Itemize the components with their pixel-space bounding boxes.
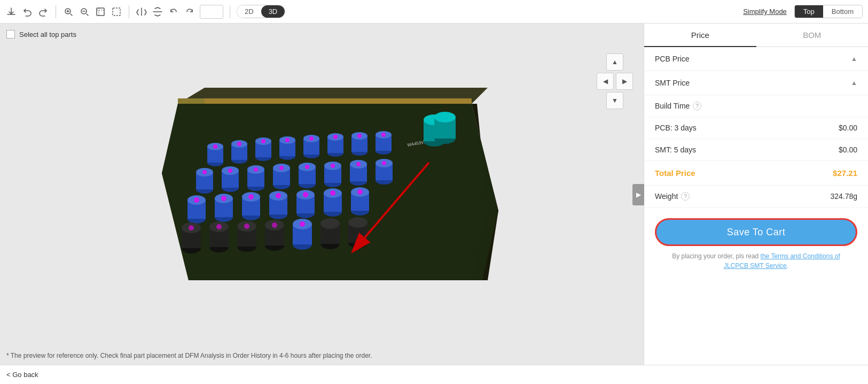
divider-2 [129, 5, 129, 18]
nav-right-button[interactable]: ▶ [616, 73, 633, 90]
build-time-label-group: Build Time ? [655, 102, 701, 110]
viewer-3d[interactable]: WA453V1.1 [0, 43, 644, 347]
view-toggle: 2D 3D [237, 5, 285, 18]
divider-3 [230, 5, 230, 18]
svg-point-38 [357, 134, 362, 138]
svg-point-94 [303, 192, 308, 197]
pcb-price-label: PCB Price [655, 55, 690, 63]
svg-marker-8 [178, 98, 205, 104]
svg-point-34 [333, 135, 338, 139]
smt-days-label: SMT: 5 days [655, 145, 696, 154]
build-time-label: Build Time [655, 102, 690, 110]
svg-point-86 [248, 194, 254, 199]
pcb-price-header[interactable]: PCB Price ▲ [644, 47, 868, 71]
viewer-panel: Select all top parts [0, 24, 644, 365]
svg-rect-3 [113, 8, 120, 16]
nav-up-button[interactable]: ▲ [606, 53, 623, 71]
download-icon[interactable] [5, 6, 17, 18]
svg-point-98 [330, 190, 335, 196]
view-3d-button[interactable]: 3D [261, 5, 285, 18]
svg-point-58 [279, 166, 284, 170]
weight-help-icon[interactable]: ? [681, 192, 690, 201]
nav-down-button[interactable]: ▼ [606, 92, 623, 109]
redo-icon[interactable] [37, 6, 49, 18]
total-price-value: $27.21 [833, 168, 857, 178]
divider-1 [56, 5, 56, 18]
svg-point-46 [202, 170, 207, 174]
svg-point-42 [381, 133, 386, 137]
price-tabs: Price BOM [644, 24, 868, 47]
select-all-checkbox[interactable] [6, 30, 15, 39]
svg-rect-2 [97, 8, 104, 16]
total-price-label: Total Price [655, 168, 695, 178]
smt-days-row: SMT: 5 days $0.00 [644, 139, 868, 161]
expand-panel-button[interactable]: ▶ [632, 184, 644, 205]
go-back-bar: < Go back [0, 365, 868, 384]
svg-marker-9 [205, 98, 472, 104]
zoom-in-icon[interactable] [62, 6, 74, 18]
pcb-days-label: PCB: 3 days [655, 124, 697, 132]
weight-label: Weight [655, 192, 678, 201]
svg-point-70 [356, 162, 361, 166]
toolbar: 90 2D 3D Simplify Mode Top Bottom [0, 0, 868, 24]
terms-text: By placing your order, pls read the Term… [655, 251, 857, 271]
main-area: Select all top parts [0, 24, 868, 365]
svg-point-14 [213, 144, 217, 149]
simplify-mode-button[interactable]: Simplify Mode [743, 7, 787, 16]
svg-point-78 [194, 197, 199, 203]
smt-price-label: SMT Price [655, 79, 690, 87]
terms-prefix: By placing your order, pls read [672, 252, 760, 260]
select-all-row: Select all top parts [0, 24, 644, 43]
go-back-link[interactable]: < Go back [6, 371, 38, 379]
svg-point-122 [300, 221, 305, 227]
smt-price-header[interactable]: SMT Price ▲ [644, 71, 868, 95]
top-button[interactable]: Top [795, 5, 823, 18]
svg-point-18 [237, 142, 241, 146]
svg-point-66 [331, 164, 335, 168]
zoom-input[interactable]: 90 [200, 5, 223, 19]
price-content: PCB Price ▲ SMT Price ▲ Build Time ? PCB… [644, 47, 868, 365]
top-bottom-toggle: Top Bottom [794, 5, 863, 18]
svg-point-128 [348, 217, 367, 228]
view-2d-button[interactable]: 2D [237, 5, 261, 18]
pcb-render: WA453V1.1 [135, 66, 509, 323]
build-time-help-icon[interactable]: ? [693, 102, 701, 110]
svg-point-26 [285, 138, 290, 142]
flip-h-icon[interactable] [136, 6, 147, 18]
svg-point-118 [272, 222, 277, 228]
tab-price[interactable]: Price [644, 24, 756, 47]
undo-icon[interactable] [21, 6, 33, 18]
price-panel: Price BOM PCB Price ▲ SMT Price ▲ Build … [644, 24, 868, 365]
build-time-row: Build Time ? [644, 95, 868, 117]
bottom-button[interactable]: Bottom [823, 5, 862, 18]
flip-v-icon[interactable] [152, 6, 163, 18]
svg-point-50 [228, 168, 232, 173]
select-all-label: Select all top parts [19, 30, 76, 39]
preview-note: * The preview for reference only. Check … [0, 347, 644, 365]
tab-bom[interactable]: BOM [756, 24, 869, 47]
svg-point-134 [434, 112, 456, 122]
svg-point-22 [261, 139, 265, 143]
weight-row: Weight ? 324.78g [644, 186, 868, 208]
pcb-days-row: PCB: 3 days $0.00 [644, 117, 868, 139]
svg-point-110 [216, 224, 222, 229]
svg-point-90 [276, 193, 281, 198]
svg-point-54 [254, 167, 258, 172]
rotate-left-icon[interactable] [168, 6, 179, 18]
svg-point-106 [189, 225, 194, 231]
svg-point-74 [382, 161, 386, 165]
weight-label-group: Weight ? [655, 192, 690, 201]
save-cart-section: Save To Cart By placing your order, pls … [644, 208, 868, 276]
svg-point-125 [320, 218, 340, 229]
svg-point-114 [244, 224, 249, 229]
rotate-right-icon[interactable] [184, 6, 196, 18]
smt-days-value: $0.00 [839, 145, 857, 154]
select-icon[interactable] [111, 6, 122, 18]
svg-point-82 [221, 196, 226, 201]
svg-point-30 [309, 136, 314, 141]
pcb-days-value: $0.00 [839, 124, 857, 132]
nav-left-button[interactable]: ◀ [597, 73, 614, 90]
zoom-out-icon[interactable] [79, 6, 90, 18]
fit-view-icon[interactable] [95, 6, 106, 18]
save-to-cart-button[interactable]: Save To Cart [655, 218, 857, 246]
